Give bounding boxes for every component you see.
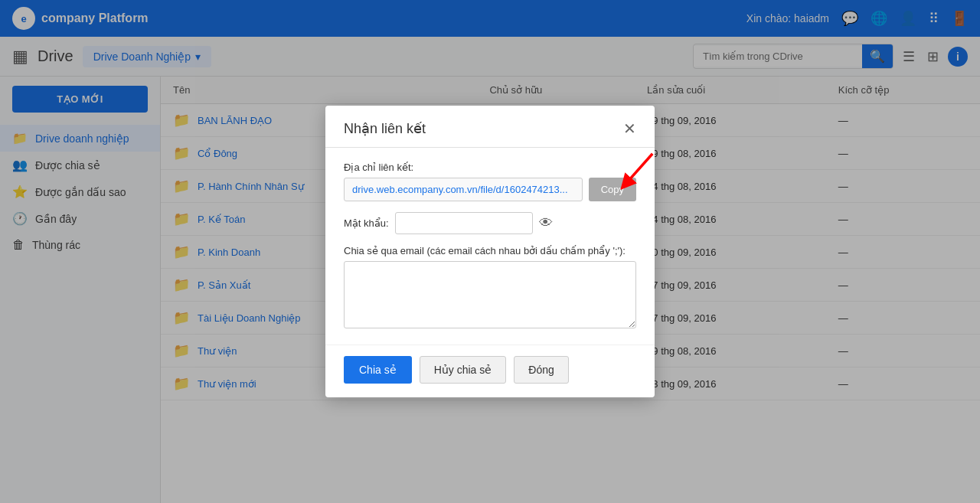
modal-header: Nhận liên kết ✕ <box>325 106 655 148</box>
link-input[interactable] <box>344 178 583 201</box>
modal-title: Nhận liên kết <box>344 120 426 137</box>
modal-footer: Chia sẻ Hủy chia sẻ Đóng <box>325 345 655 397</box>
modal-body: Địa chỉ liên kết: Copy Mật khẩu: 👁 <box>325 148 655 345</box>
eye-icon[interactable]: 👁 <box>539 215 553 231</box>
cancel-share-button[interactable]: Hủy chia sẻ <box>420 356 507 384</box>
close-modal-button[interactable]: Đóng <box>514 356 568 384</box>
password-label: Mật khẩu: <box>344 217 389 229</box>
modal-close-x-button[interactable]: ✕ <box>623 119 636 138</box>
password-row: Mật khẩu: 👁 <box>344 212 636 234</box>
link-row: Copy <box>344 178 636 201</box>
share-button[interactable]: Chia sẻ <box>344 356 412 384</box>
email-label: Chia sẻ qua email (các email cách nhau b… <box>344 245 636 256</box>
password-input[interactable] <box>395 212 533 234</box>
copy-button[interactable]: Copy <box>589 178 636 201</box>
email-textarea[interactable] <box>344 261 636 328</box>
share-modal: Nhận liên kết ✕ Địa chỉ liên kết: Copy <box>325 106 655 397</box>
link-label: Địa chỉ liên kết: <box>344 162 636 173</box>
modal-overlay: Nhận liên kết ✕ Địa chỉ liên kết: Copy <box>0 0 980 503</box>
